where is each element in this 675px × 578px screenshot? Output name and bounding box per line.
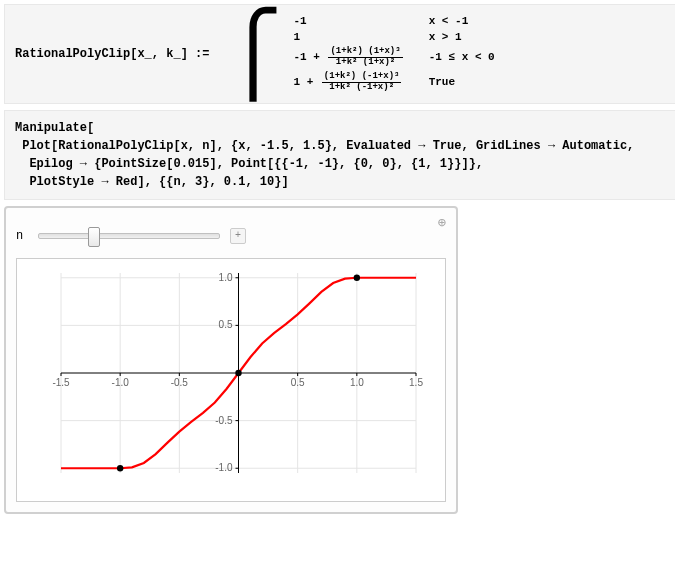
plot-svg: -1.5-1.0-0.50.51.01.5-1.0-0.50.51.0 (21, 263, 431, 493)
piecewise-row: 1 + (1+k²) (-1+x)³ 1+k² (-1+x)² True (289, 70, 514, 95)
code-line: Plot[RationalPolyClip[x, n], {x, -1.5, 1… (15, 137, 668, 155)
svg-text:1.5: 1.5 (409, 377, 423, 388)
denominator: 1+k² (1+x)² (328, 58, 402, 68)
svg-text:-1.0: -1.0 (215, 462, 233, 473)
slider-expand-button[interactable]: + (230, 228, 246, 244)
piecewise-row: -1 + (1+k²) (1+x)³ 1+k² (1+x)² -1 ≤ x < … (289, 45, 514, 70)
manipulate-code-cell: Manipulate[ Plot[RationalPolyClip[x, n],… (4, 110, 675, 200)
svg-text:-1.0: -1.0 (112, 377, 130, 388)
slider-row: n + (16, 228, 446, 244)
svg-text:0.5: 0.5 (291, 377, 305, 388)
svg-point-34 (235, 369, 241, 375)
piecewise-cond: x < -1 (425, 13, 515, 29)
expr-prefix: 1 + (293, 76, 319, 88)
piecewise-expr: 1 + (1+k²) (-1+x)³ 1+k² (-1+x)² (289, 70, 424, 95)
piecewise-expr: -1 + (1+k²) (1+x)³ 1+k² (1+x)² (289, 45, 424, 70)
piecewise-function: ⎧ -1 x < -1 1 x > 1 -1 + (1+k²) (1+x)³ 1… (223, 13, 514, 95)
slider-thumb[interactable] (88, 227, 100, 247)
definition-row: RationalPolyClip[x_, k_] := ⎧ -1 x < -1 … (15, 13, 668, 95)
fraction: (1+k²) (-1+x)³ 1+k² (-1+x)² (322, 72, 402, 93)
piecewise-row: 1 x > 1 (289, 29, 514, 45)
piecewise-row: -1 x < -1 (289, 13, 514, 29)
denominator: 1+k² (-1+x)² (322, 83, 402, 93)
svg-text:-0.5: -0.5 (215, 414, 233, 425)
plot-frame: -1.5-1.0-0.50.51.01.5-1.0-0.50.51.0 (16, 258, 446, 502)
slider-track[interactable] (38, 233, 220, 239)
piecewise-cond: x > 1 (425, 29, 515, 45)
manipulate-panel: ⊕ n + -1.5-1.0-0.50.51.01.5-1.0-0.50.51.… (4, 206, 458, 514)
piecewise-table: -1 x < -1 1 x > 1 -1 + (1+k²) (1+x)³ 1+k… (289, 13, 514, 95)
code-line: Manipulate[ (15, 119, 668, 137)
definition-cell: RationalPolyClip[x_, k_] := ⎧ -1 x < -1 … (4, 4, 675, 104)
svg-point-33 (117, 465, 123, 471)
fraction: (1+k²) (1+x)³ 1+k² (1+x)² (328, 47, 402, 68)
svg-point-35 (354, 274, 360, 280)
svg-text:-1.5: -1.5 (52, 377, 70, 388)
definition-lhs: RationalPolyClip[x_, k_] := (15, 47, 209, 61)
svg-text:0.5: 0.5 (219, 319, 233, 330)
piecewise-cond: True (425, 70, 515, 95)
slider-label: n (16, 229, 28, 243)
expr-prefix: -1 + (293, 51, 326, 63)
code-line: PlotStyle → Red], {{n, 3}, 0.1, 10}] (15, 173, 668, 191)
svg-text:1.0: 1.0 (219, 271, 233, 282)
manipulate-options-icon[interactable]: ⊕ (438, 214, 446, 231)
piecewise-expr: -1 (289, 13, 424, 29)
svg-text:-0.5: -0.5 (171, 377, 189, 388)
piecewise-expr: 1 (289, 29, 424, 45)
svg-text:1.0: 1.0 (350, 377, 364, 388)
piecewise-cond: -1 ≤ x < 0 (425, 45, 515, 70)
piecewise-brace: ⎧ (223, 14, 283, 94)
code-line: Epilog → {PointSize[0.015], Point[{{-1, … (15, 155, 668, 173)
